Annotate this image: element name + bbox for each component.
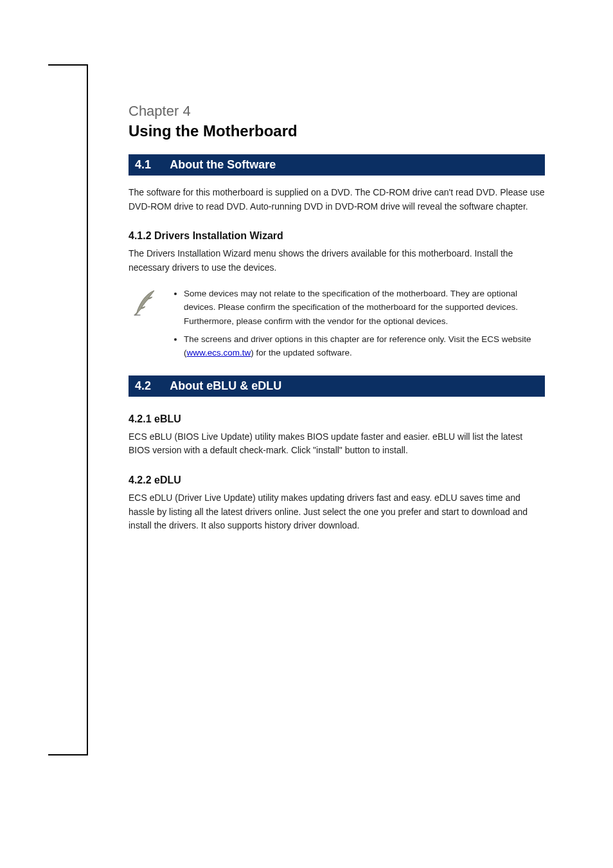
section-number: 4.1 — [135, 158, 167, 172]
chapter-title: Using the Motherboard — [129, 122, 545, 140]
chapter-label: Chapter 4 — [129, 103, 545, 120]
section-4-1-para: The software for this motherboard is sup… — [129, 186, 545, 213]
section-4-2-2-para: ECS eDLU (Driver Live Update) utility ma… — [129, 491, 545, 533]
subsection-heading-4-2-2: 4.2.2 eDLU — [129, 475, 545, 486]
section-number: 4.2 — [135, 379, 167, 393]
section-heading-4-1: 4.1 About the Software — [129, 154, 545, 176]
note-bullet-2: The screens and driver options in this c… — [184, 332, 545, 360]
section-4-2-1-para: ECS eBLU (BIOS Live Update) utility make… — [129, 430, 545, 458]
ecs-website-link[interactable]: www.ecs.com.tw — [187, 348, 251, 357]
section-4-1-2-para: The Drivers Installation Wizard menu sho… — [129, 247, 545, 275]
quill-icon — [129, 287, 161, 319]
note-text: Some devices may not relate to the speci… — [172, 287, 545, 364]
content-area: Chapter 4 Using the Motherboard 4.1 Abou… — [129, 64, 545, 541]
subsection-heading-4-2-1: 4.2.1 eBLU — [129, 413, 545, 425]
note-bullet-2-post: ) for the updated software. — [251, 348, 352, 357]
sidebar-frame — [48, 64, 88, 755]
page: Chapter 4 Using the Motherboard 4.1 Abou… — [0, 0, 613, 868]
section-title: About the Software — [170, 158, 276, 171]
subsection-heading-4-1-2: 4.1.2 Drivers Installation Wizard — [129, 230, 545, 242]
note-bullet-1: Some devices may not relate to the speci… — [184, 287, 545, 329]
note-block: Some devices may not relate to the speci… — [129, 287, 545, 364]
section-title: About eBLU & eDLU — [170, 379, 281, 392]
section-heading-4-2: 4.2 About eBLU & eDLU — [129, 375, 545, 397]
